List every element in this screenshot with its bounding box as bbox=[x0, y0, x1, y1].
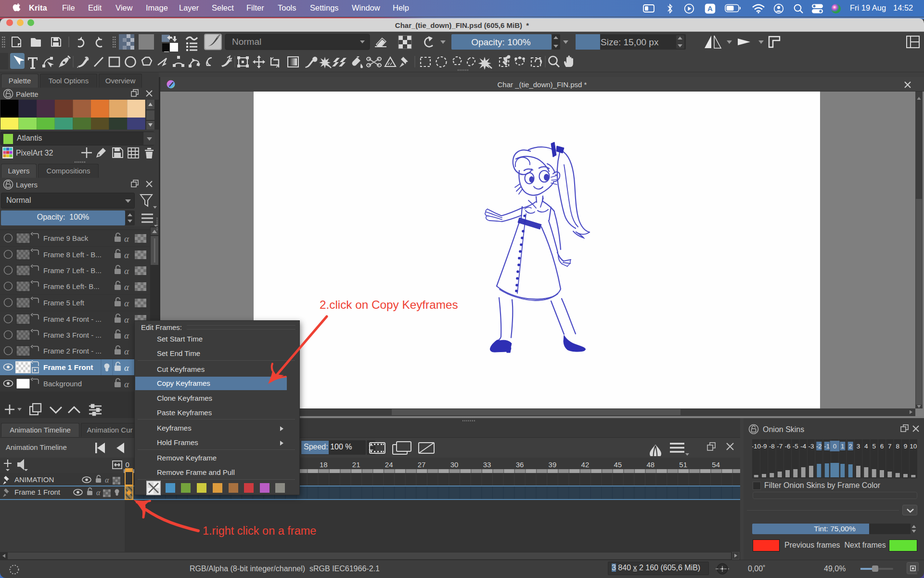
svg-text:α: α bbox=[124, 363, 129, 373]
svg-text:48: 48 bbox=[646, 460, 654, 469]
svg-text:Frame 5 Left: Frame 5 Left bbox=[43, 299, 85, 307]
svg-text:α: α bbox=[124, 315, 129, 325]
svg-text:Frame 8 Left - B...: Frame 8 Left - B... bbox=[43, 250, 102, 259]
svg-text:51: 51 bbox=[679, 460, 687, 469]
svg-text:Frame 3 Front - ...: Frame 3 Front - ... bbox=[43, 331, 102, 339]
svg-text:18: 18 bbox=[320, 460, 328, 469]
svg-text:0: 0 bbox=[125, 460, 129, 469]
svg-text:Palette: Palette bbox=[16, 90, 38, 98]
svg-text:Layers: Layers bbox=[16, 181, 38, 189]
svg-text:-5: -5 bbox=[793, 443, 798, 450]
svg-text:-2: -2 bbox=[816, 443, 822, 450]
svg-text:α: α bbox=[124, 379, 129, 389]
svg-text:-6: -6 bbox=[784, 443, 790, 450]
svg-text:Frame 1 Front: Frame 1 Front bbox=[14, 488, 61, 496]
svg-text:10: 10 bbox=[910, 443, 917, 450]
svg-text:45: 45 bbox=[614, 460, 622, 469]
svg-text:3: 3 bbox=[857, 443, 860, 450]
svg-text:6: 6 bbox=[880, 443, 884, 450]
svg-text:21: 21 bbox=[352, 460, 360, 469]
svg-text:39: 39 bbox=[549, 460, 557, 469]
svg-text:27: 27 bbox=[418, 460, 426, 469]
svg-text:-1: -1 bbox=[824, 443, 830, 450]
svg-text:α: α bbox=[105, 476, 109, 484]
svg-text:A: A bbox=[707, 4, 713, 13]
svg-text:Normal: Normal bbox=[232, 37, 261, 47]
svg-text:-9: -9 bbox=[761, 443, 767, 450]
svg-text:Frame 9 Back: Frame 9 Back bbox=[43, 234, 89, 242]
svg-text:α: α bbox=[124, 282, 129, 292]
svg-text:Frame 2 Front - ...: Frame 2 Front - ... bbox=[43, 347, 102, 355]
svg-text:4: 4 bbox=[864, 443, 868, 450]
svg-text:α: α bbox=[124, 266, 129, 276]
svg-text:α: α bbox=[124, 250, 129, 260]
svg-text:Frame 1 Front: Frame 1 Front bbox=[43, 363, 93, 371]
svg-text:-10: -10 bbox=[752, 443, 761, 450]
svg-text:-3: -3 bbox=[808, 443, 814, 450]
svg-text:α: α bbox=[124, 330, 129, 341]
svg-text:Onion Skins: Onion Skins bbox=[763, 425, 804, 434]
svg-text:36: 36 bbox=[516, 460, 524, 469]
svg-text:α: α bbox=[96, 488, 101, 497]
svg-text:8: 8 bbox=[896, 443, 899, 450]
svg-text:-8: -8 bbox=[769, 443, 775, 450]
svg-text:33: 33 bbox=[483, 460, 491, 469]
svg-text:2: 2 bbox=[848, 443, 852, 450]
svg-text:-7: -7 bbox=[777, 443, 783, 450]
svg-text:α: α bbox=[124, 234, 129, 244]
svg-text:Frame 7 Left - B...: Frame 7 Left - B... bbox=[43, 266, 102, 275]
svg-text:α: α bbox=[124, 346, 129, 356]
svg-text:42: 42 bbox=[581, 460, 590, 469]
svg-text:Background: Background bbox=[43, 380, 82, 388]
svg-text:Opacity: 100%: Opacity: 100% bbox=[471, 37, 531, 47]
svg-text:9: 9 bbox=[904, 443, 908, 450]
svg-text:5: 5 bbox=[872, 443, 876, 450]
svg-text:54: 54 bbox=[712, 460, 720, 469]
svg-text:7: 7 bbox=[888, 443, 892, 450]
svg-text:Frame 4 Front - ...: Frame 4 Front - ... bbox=[43, 315, 102, 323]
svg-text:-4: -4 bbox=[800, 443, 806, 450]
svg-text:ANIMATION: ANIMATION bbox=[14, 475, 54, 484]
svg-text:Frame 6 Left- B...: Frame 6 Left- B... bbox=[43, 282, 100, 290]
svg-text:Size: 15,00 px: Size: 15,00 px bbox=[601, 37, 659, 47]
svg-text:1: 1 bbox=[841, 443, 845, 450]
svg-text:24: 24 bbox=[385, 460, 393, 469]
svg-text:α: α bbox=[124, 298, 129, 308]
svg-text:30: 30 bbox=[450, 460, 459, 469]
svg-text:0: 0 bbox=[833, 443, 837, 450]
svg-text:PixelArt 32: PixelArt 32 bbox=[16, 149, 53, 157]
